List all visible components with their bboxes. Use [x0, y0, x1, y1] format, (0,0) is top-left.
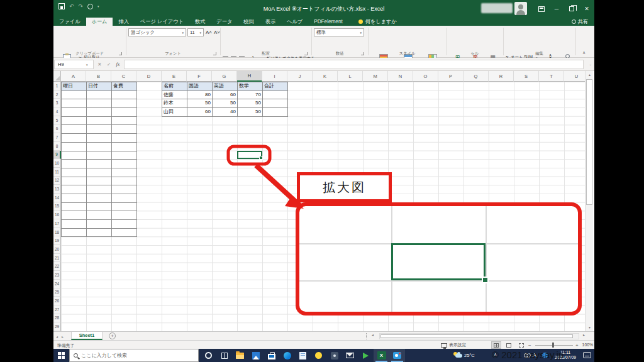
scroll-up-icon[interactable]: ▲ — [586, 71, 594, 79]
row-header-12[interactable]: 12 — [53, 177, 61, 185]
scroll-left-icon[interactable]: ◂ — [372, 332, 374, 337]
edge-icon[interactable] — [279, 349, 295, 362]
enter-icon[interactable]: ✓ — [107, 62, 111, 67]
column-header-i[interactable]: I — [262, 71, 287, 82]
budget-empty-cell[interactable] — [112, 185, 137, 194]
share-green-icon[interactable] — [358, 349, 374, 362]
budget-empty-cell[interactable] — [87, 160, 112, 168]
budget-empty-cell[interactable] — [87, 168, 112, 177]
grow-shrink-font[interactable]: A˄A˅ — [206, 30, 220, 35]
tab-formulas[interactable]: 数式 — [189, 18, 211, 26]
budget-empty-cell[interactable] — [87, 185, 112, 194]
budget-empty-cell[interactable] — [62, 143, 87, 151]
column-header-l[interactable]: L — [338, 71, 363, 82]
budget-empty-cell[interactable] — [62, 185, 87, 194]
row-header-4[interactable]: 4 — [53, 107, 61, 116]
budget-empty-cell[interactable] — [87, 108, 112, 117]
budget-empty-cell[interactable] — [112, 160, 137, 168]
budget-empty-cell[interactable] — [112, 151, 137, 160]
zoom-in-icon[interactable]: + — [575, 343, 579, 348]
budget-empty-cell[interactable] — [87, 194, 112, 203]
tab-review[interactable]: 校閲 — [238, 18, 259, 26]
column-header-s[interactable]: S — [514, 71, 539, 82]
budget-empty-cell[interactable] — [62, 91, 87, 100]
row-header-5[interactable]: 5 — [53, 116, 61, 125]
budget-empty-cell[interactable] — [112, 194, 137, 203]
row-header-26[interactable]: 26 — [53, 297, 61, 305]
budget-empty-cell[interactable] — [112, 143, 137, 151]
row-header-24[interactable]: 24 — [53, 280, 61, 288]
account-avatar[interactable] — [514, 2, 527, 15]
score-header-cell[interactable]: 国語 — [187, 82, 213, 91]
formula-input[interactable] — [124, 60, 584, 69]
store-icon[interactable] — [264, 349, 279, 362]
selected-cell-h9[interactable] — [237, 151, 262, 160]
budget-empty-cell[interactable] — [87, 134, 112, 143]
budget-empty-cell[interactable] — [62, 134, 87, 143]
score-cell[interactable]: 70 — [238, 91, 263, 100]
score-cell[interactable]: 佐藤 — [162, 91, 187, 100]
task-view-icon[interactable] — [216, 349, 232, 362]
tab-insert[interactable]: 挿入 — [113, 18, 134, 26]
column-header-f[interactable]: F — [187, 71, 212, 82]
budget-empty-cell[interactable] — [87, 125, 112, 134]
score-cell[interactable] — [263, 108, 288, 117]
score-cell[interactable]: 山田 — [162, 108, 187, 117]
budget-empty-cell[interactable] — [112, 220, 137, 229]
horizontal-scroll-thumb[interactable] — [380, 334, 573, 338]
row-header-28[interactable]: 28 — [53, 314, 61, 323]
save-icon[interactable] — [58, 3, 65, 9]
row-header-1[interactable]: 1 — [53, 82, 61, 90]
budget-header-cell[interactable]: 日付 — [87, 82, 112, 91]
budget-empty-cell[interactable] — [112, 99, 137, 108]
budget-empty-cell[interactable] — [112, 168, 137, 177]
column-header-j[interactable]: J — [287, 71, 313, 82]
score-cell[interactable]: 50 — [187, 99, 213, 108]
column-header-g[interactable]: G — [212, 71, 237, 82]
budget-empty-cell[interactable] — [87, 99, 112, 108]
score-cell[interactable] — [263, 99, 288, 108]
budget-empty-cell[interactable] — [87, 220, 112, 229]
minimize-button[interactable]: ─ — [549, 0, 564, 18]
budget-header-cell[interactable]: 曜日 — [62, 82, 87, 91]
budget-empty-cell[interactable] — [62, 177, 87, 186]
tab-help[interactable]: ヘルプ — [281, 18, 308, 26]
tab-file[interactable]: ファイル — [53, 18, 86, 26]
budget-empty-cell[interactable] — [112, 134, 137, 143]
budget-empty-cell[interactable] — [87, 177, 112, 186]
budget-header-cell[interactable]: 食費 — [112, 82, 137, 91]
photos-icon[interactable] — [248, 349, 264, 362]
score-cell[interactable]: 80 — [187, 91, 213, 100]
ribbon-display-options-icon[interactable] — [534, 0, 549, 18]
column-header-d[interactable]: D — [136, 71, 162, 82]
budget-empty-cell[interactable] — [112, 117, 137, 126]
onenote-icon[interactable] — [295, 349, 311, 362]
row-header-27[interactable]: 27 — [53, 305, 61, 314]
column-header-q[interactable]: Q — [464, 71, 489, 82]
zoom-level[interactable]: 100% — [580, 343, 593, 347]
score-cell[interactable]: 鈴木 — [162, 99, 187, 108]
column-header-b[interactable]: B — [86, 71, 111, 82]
budget-empty-cell[interactable] — [62, 168, 87, 177]
column-header-k[interactable]: K — [313, 71, 338, 82]
row-header-29[interactable]: 29 — [53, 322, 61, 331]
budget-empty-cell[interactable] — [112, 177, 137, 186]
budget-empty-cell[interactable] — [87, 211, 112, 220]
sheet-nav-right-icon[interactable]: ▸ — [62, 334, 64, 339]
score-header-cell[interactable]: 数学 — [238, 82, 263, 91]
close-button[interactable]: ✕ — [579, 0, 594, 18]
budget-empty-cell[interactable] — [62, 125, 87, 134]
tab-page-layout[interactable]: ページ レイアウト — [135, 18, 189, 26]
row-header-21[interactable]: 21 — [53, 254, 61, 263]
budget-empty-cell[interactable] — [62, 108, 87, 117]
budget-empty-cell[interactable] — [87, 229, 112, 238]
alignment-dialog-launcher-icon[interactable] — [304, 52, 308, 55]
row-header-16[interactable]: 16 — [53, 211, 61, 219]
score-cell[interactable]: 60 — [213, 91, 238, 100]
qat-customize-icon[interactable]: ▾ — [97, 4, 99, 8]
column-header-m[interactable]: M — [363, 71, 388, 82]
budget-empty-cell[interactable] — [87, 91, 112, 100]
budget-empty-cell[interactable] — [112, 125, 137, 134]
tab-data[interactable]: データ — [211, 18, 238, 26]
score-cell[interactable]: 50 — [213, 99, 238, 108]
